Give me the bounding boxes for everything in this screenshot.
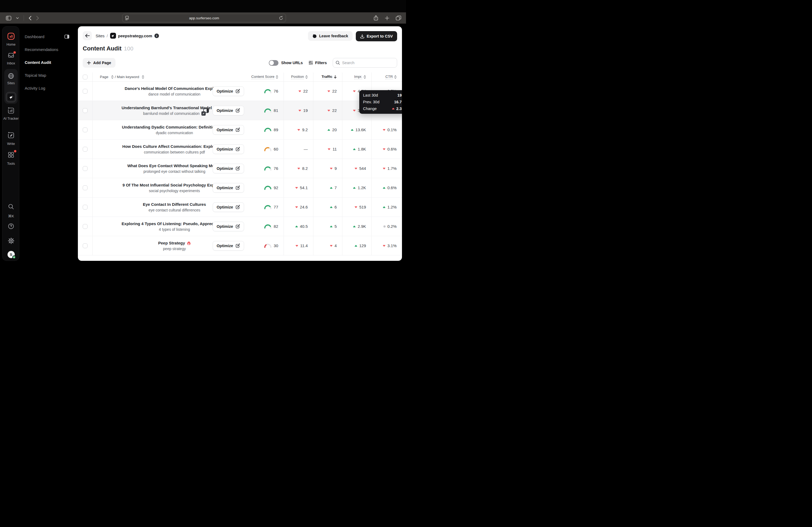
- page-cell[interactable]: Understanding Dyadic Communication: Defi…: [93, 120, 249, 139]
- page-cell[interactable]: Exploring 4 Types Of Listening: Pseudo, …: [93, 217, 249, 236]
- reload-icon[interactable]: [279, 16, 283, 20]
- subnav-item-activity-log[interactable]: Activity Log: [25, 81, 76, 94]
- inbox-label: Inbox: [2, 61, 19, 65]
- optimize-button[interactable]: Optimize: [213, 125, 244, 135]
- content-audit-table: Page / Main keyword Content Score Positi…: [78, 73, 402, 255]
- trend-up-icon: [383, 206, 386, 208]
- traffic-cell: 6: [313, 197, 342, 216]
- page-cell[interactable]: 9 Of The Most Influential Social Psychol…: [93, 178, 249, 197]
- traffic-cell: 22: [313, 101, 342, 120]
- ctr-cell: 1.7%: [371, 159, 402, 178]
- optimize-button[interactable]: Optimize: [213, 106, 244, 115]
- current-site-avatar[interactable]: [6, 92, 16, 102]
- row-checkbox[interactable]: [78, 81, 93, 101]
- share-icon[interactable]: [374, 15, 378, 21]
- export-csv-button[interactable]: Export to CSV: [356, 31, 397, 41]
- score-gauge-icon: [264, 244, 272, 248]
- sort-icon[interactable]: [111, 75, 114, 79]
- sort-icon[interactable]: [142, 75, 144, 79]
- page-title-text: Peep Strategy: [158, 241, 191, 245]
- write-icon[interactable]: [2, 132, 19, 139]
- forward-icon[interactable]: [36, 16, 39, 20]
- breadcrumb-sites[interactable]: Sites: [96, 33, 104, 38]
- back-button[interactable]: [83, 31, 92, 40]
- search-input[interactable]: [333, 58, 397, 67]
- header-impressions[interactable]: Impr.: [342, 73, 371, 81]
- sidebar-toggle-icon[interactable]: [6, 16, 11, 20]
- address-bar[interactable]: app.surferseo.com: [122, 14, 286, 22]
- row-checkbox[interactable]: [78, 101, 93, 120]
- page-cell[interactable]: Eye Contact In Different Cultures eye co…: [93, 197, 249, 216]
- trend-down-icon: [327, 109, 330, 111]
- search-icon[interactable]: [2, 204, 19, 210]
- optimize-button[interactable]: Optimize: [213, 202, 244, 212]
- add-page-button[interactable]: Add Page: [83, 58, 115, 67]
- sites-globe-icon[interactable]: [2, 73, 19, 79]
- row-checkbox[interactable]: [78, 178, 93, 197]
- header-page-keyword[interactable]: Page / Main keyword: [93, 73, 249, 81]
- subnav-item-content-audit[interactable]: Content Audit: [25, 56, 76, 69]
- tools-icon[interactable]: [2, 152, 19, 158]
- settings-gear-icon[interactable]: [2, 238, 19, 244]
- impressions-cell: 1.2K: [342, 178, 371, 197]
- tab-overview-icon[interactable]: [396, 16, 401, 20]
- optimize-button[interactable]: Optimize: [213, 241, 244, 251]
- avatar-initial: S: [10, 253, 12, 257]
- info-icon[interactable]: i: [155, 33, 159, 38]
- subnav-item-topical-map[interactable]: Topical Map: [25, 69, 76, 81]
- leave-feedback-button[interactable]: Leave feedback: [308, 31, 352, 41]
- open-side-panel-icon[interactable]: [203, 108, 209, 113]
- content-score-cell: 76: [249, 159, 284, 178]
- trend-up-icon: [295, 225, 298, 228]
- header-ctr[interactable]: CTR: [371, 73, 402, 81]
- optimize-button[interactable]: Optimize: [213, 164, 244, 174]
- ai-tracker-icon[interactable]: [2, 107, 19, 114]
- collapse-panel-icon[interactable]: [64, 35, 69, 39]
- inbox-icon[interactable]: [2, 52, 19, 58]
- ctr-cell: 0.1%: [371, 120, 402, 139]
- page-cell[interactable]: What Does Eye Contact Without Speaking M…: [93, 159, 249, 178]
- page-cell[interactable]: Peep Strategy peep strategy Optimize: [93, 236, 249, 255]
- row-checkbox[interactable]: [78, 236, 93, 255]
- table-header-row: Page / Main keyword Content Score Positi…: [78, 73, 402, 81]
- optimize-button[interactable]: Optimize: [213, 222, 244, 231]
- header-content-score[interactable]: Content Score: [249, 73, 284, 81]
- impressions-cell: 129: [342, 236, 371, 255]
- help-icon[interactable]: [2, 223, 19, 229]
- optimize-button[interactable]: Optimize: [213, 183, 244, 193]
- row-checkbox[interactable]: [78, 139, 93, 159]
- trend-up-icon: [330, 206, 333, 208]
- trend-down-icon: [298, 90, 301, 92]
- score-gauge-icon: [264, 89, 272, 93]
- trend-down-icon: [353, 90, 356, 92]
- header-position[interactable]: Position: [284, 73, 313, 81]
- page-cell[interactable]: Dance's Helical Model Of Communication E…: [93, 81, 249, 101]
- new-tab-icon[interactable]: [385, 16, 389, 20]
- row-checkbox[interactable]: [78, 197, 93, 216]
- page-cell[interactable]: How Does Culture Affect Communication: E…: [93, 139, 249, 159]
- row-checkbox[interactable]: [78, 217, 93, 236]
- chat-bubble-icon: [312, 34, 317, 39]
- back-icon[interactable]: [29, 16, 31, 20]
- surfer-logo[interactable]: [2, 32, 19, 40]
- subnav-item-dashboard[interactable]: Dashboard: [25, 30, 76, 43]
- trend-up-icon: [353, 148, 356, 150]
- show-urls-toggle[interactable]: [269, 60, 278, 66]
- chevron-down-icon[interactable]: [16, 17, 19, 19]
- subnav-item-recommendations[interactable]: Recommendations: [25, 43, 76, 56]
- optimize-button[interactable]: Optimize: [213, 144, 244, 154]
- main-keyword-text: prolonged eye contact without talking: [143, 169, 205, 174]
- header-traffic-sorted[interactable]: Traffic: [313, 73, 342, 81]
- reader-icon[interactable]: [125, 16, 129, 20]
- filters-button[interactable]: Filters: [308, 61, 327, 65]
- position-cell: 22: [284, 81, 313, 101]
- user-avatar[interactable]: S s: [2, 251, 19, 258]
- page-cell[interactable]: Understanding Barnlund's Transactional M…: [93, 101, 249, 120]
- sites-label: Sites: [2, 81, 19, 85]
- optimize-button[interactable]: Optimize: [213, 86, 244, 96]
- trend-up-icon: [383, 187, 386, 189]
- select-all-checkbox[interactable]: [78, 73, 93, 81]
- row-checkbox[interactable]: [78, 120, 93, 139]
- breadcrumb-domain[interactable]: peepstrategy.com: [118, 33, 152, 38]
- row-checkbox[interactable]: [78, 159, 93, 178]
